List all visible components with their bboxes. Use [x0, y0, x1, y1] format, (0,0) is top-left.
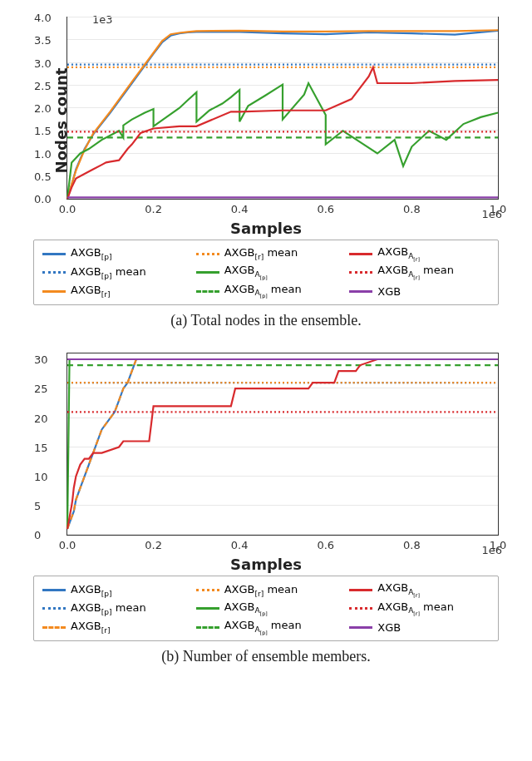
series-line	[67, 359, 498, 529]
legend-item: XGB	[349, 283, 490, 299]
legend-swatch	[196, 589, 219, 591]
legend-label: AXGBA[p]	[224, 264, 268, 280]
x-tick: 0.4	[231, 203, 249, 215]
legend-label: AXGB[p]	[71, 246, 112, 261]
x-axis-label-b: Samples	[230, 556, 302, 573]
x-tick: 0.2	[145, 203, 162, 215]
legend-item: AXGBA[r]	[349, 245, 490, 262]
legend-item: AXGBA[p] mean	[196, 619, 337, 635]
y-tick: 25	[34, 383, 48, 395]
x-axis-label: Samples	[230, 220, 302, 237]
figure-b: estimators count 0510152025300.00.20.40.…	[8, 344, 524, 569]
legend-label: AXGBA[r]	[377, 581, 420, 598]
legend-swatch	[42, 607, 66, 610]
y-tick: 4.0	[34, 12, 52, 24]
y-tick: 2.5	[34, 79, 52, 91]
x-tick: 0.6	[317, 539, 334, 551]
y-tick: 2.0	[34, 102, 52, 115]
y-tick: 5	[34, 500, 41, 512]
legend-item: AXGB[r]	[42, 283, 183, 299]
series-line	[67, 359, 498, 529]
legend-b: AXGB[p]AXGB[r] meanAXGBA[r]AXGB[p] meanA…	[33, 576, 499, 641]
legend-swatch	[42, 271, 66, 274]
y-tick: 3.5	[34, 34, 52, 47]
legend-item: AXGB[p]	[42, 581, 183, 598]
x-tick: 0.6	[317, 203, 334, 215]
legend-item: AXGB[r]	[42, 619, 183, 635]
legend-item: AXGB[r] mean	[196, 245, 337, 262]
legend-label: AXGBA[r]	[377, 245, 420, 262]
legend-item: AXGB[p] mean	[42, 600, 183, 617]
legend-label: AXGBA[p] mean	[224, 619, 302, 635]
legend-a: AXGB[p]AXGB[r] meanAXGBA[r]AXGB[p] meanA…	[33, 240, 499, 305]
y-tick: 1.0	[34, 147, 52, 160]
legend-label: AXGB[r] mean	[224, 583, 298, 598]
legend-swatch	[42, 253, 66, 255]
x-exponent: 1e6	[481, 208, 502, 220]
legend-swatch	[349, 626, 372, 629]
x-tick: 0.0	[59, 203, 76, 215]
y-tick: 0	[34, 529, 41, 541]
legend-swatch	[196, 253, 219, 255]
legend-swatch	[196, 607, 219, 610]
legend-item: AXGBA[p]	[196, 264, 337, 280]
legend-item: AXGB[p]	[42, 245, 183, 262]
legend-item: AXGB[r] mean	[196, 581, 337, 598]
legend-item: AXGBA[p] mean	[196, 283, 337, 299]
y-tick: 10	[34, 470, 48, 482]
legend-swatch	[42, 589, 66, 591]
legend-item: AXGBA[p]	[196, 600, 337, 617]
legend-swatch	[349, 607, 372, 610]
legend-label: XGB	[377, 621, 401, 634]
y-tick: 3.0	[34, 57, 52, 69]
legend-item: AXGBA[r] mean	[349, 600, 490, 617]
legend-swatch	[196, 626, 219, 629]
legend-swatch	[42, 290, 66, 293]
y-tick: 1.5	[34, 125, 52, 137]
legend-item: AXGBA[r] mean	[349, 264, 490, 280]
legend-item: XGB	[349, 619, 490, 635]
legend-swatch	[349, 271, 372, 274]
legend-label: AXGBA[r] mean	[377, 600, 454, 617]
legend-label: AXGB[r] mean	[224, 246, 298, 261]
y-tick: 30	[34, 353, 48, 366]
y-tick: 20	[34, 412, 48, 424]
x-tick: 0.4	[231, 539, 249, 551]
caption-b: (b) Number of ensemble members.	[8, 648, 524, 665]
legend-swatch	[42, 626, 66, 629]
series-line	[67, 83, 498, 199]
legend-swatch	[196, 271, 219, 274]
legend-swatch	[349, 589, 372, 591]
legend-label: AXGB[p] mean	[71, 601, 146, 616]
series-line	[67, 359, 498, 529]
plot-a-box: 1e3 0.00.51.01.52.02.53.03.54.00.00.20.4…	[66, 17, 499, 200]
caption-a: (a) Total nodes in the ensemble.	[8, 312, 524, 329]
legend-label: XGB	[377, 285, 401, 298]
figure-a: Nodes count 1e3 0.00.51.01.52.02.53.03.5…	[8, 8, 524, 233]
legend-label: AXGB[p] mean	[71, 265, 146, 280]
legend-label: AXGBA[r] mean	[377, 264, 454, 280]
legend-swatch	[349, 253, 372, 255]
series-line	[67, 359, 498, 529]
legend-item: AXGB[p] mean	[42, 264, 183, 280]
x-tick: 0.8	[403, 539, 421, 551]
plot-b-box: 0510152025300.00.20.40.60.81.0 1e6	[66, 353, 499, 536]
legend-item: AXGBA[r]	[349, 581, 490, 598]
x-tick: 0.2	[145, 539, 162, 551]
legend-swatch	[196, 290, 219, 293]
y-tick: 0.0	[34, 193, 52, 205]
legend-label: AXGBA[p] mean	[224, 283, 302, 299]
x-exponent-b: 1e6	[481, 544, 502, 556]
legend-label: AXGB[p]	[71, 583, 112, 598]
x-tick: 0.8	[403, 203, 421, 215]
legend-label: AXGB[r]	[71, 620, 111, 635]
legend-swatch	[349, 290, 372, 293]
legend-label: AXGBA[p]	[224, 600, 268, 617]
y-tick: 15	[34, 441, 48, 453]
legend-label: AXGB[r]	[71, 284, 111, 299]
y-tick: 0.5	[34, 170, 52, 182]
x-tick: 0.0	[59, 539, 76, 551]
